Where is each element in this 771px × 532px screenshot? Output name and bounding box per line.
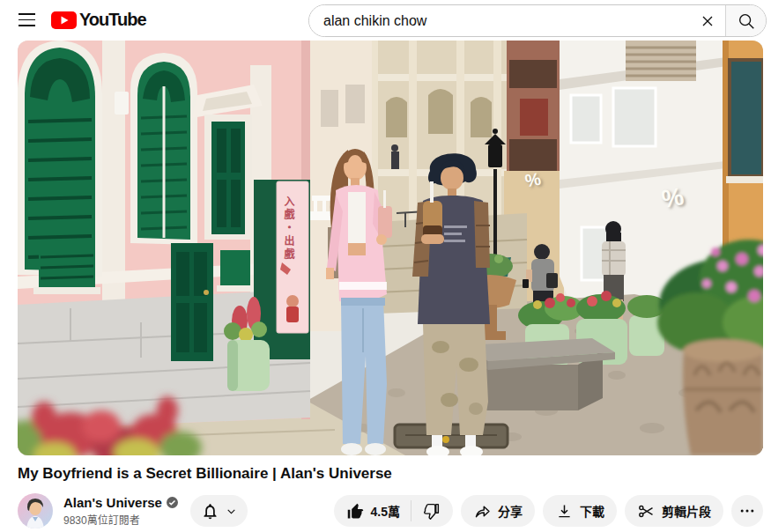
share-label: 分享 — [498, 502, 523, 520]
video-scene — [18, 41, 763, 455]
search-icon — [737, 11, 756, 31]
more-actions-button[interactable] — [731, 495, 763, 527]
youtube-logo-text: YouTube — [79, 10, 146, 30]
download-label: 下載 — [580, 502, 604, 520]
video-player[interactable]: % % 入戲・出戲 — [18, 41, 763, 455]
thumb-up-icon — [346, 502, 365, 521]
street-banner — [277, 181, 308, 333]
like-dislike-group: 4.5萬 — [334, 495, 453, 527]
search-input[interactable] — [309, 5, 690, 36]
hamburger-menu-icon[interactable] — [19, 13, 35, 26]
action-buttons: 4.5萬 分享 — [334, 495, 763, 527]
search-button[interactable] — [725, 5, 766, 36]
clear-search-button[interactable] — [690, 5, 725, 36]
download-icon — [555, 502, 574, 521]
clip-button[interactable]: 剪輯片段 — [625, 495, 723, 527]
top-header: YouTube — [0, 0, 771, 41]
notifications-button[interactable] — [190, 495, 248, 527]
share-button[interactable]: 分享 — [461, 495, 535, 527]
share-icon — [473, 502, 492, 521]
youtube-logo[interactable]: YouTube — [51, 10, 146, 30]
youtube-play-icon — [51, 11, 77, 29]
video-meta-row: Alan's Universe 9830萬位訂閱者 — [18, 493, 763, 528]
video-title: My Boyfriend is a Secret Billionaire | A… — [18, 463, 763, 484]
chevron-down-icon — [226, 506, 237, 517]
channel-avatar[interactable] — [18, 493, 53, 528]
close-icon — [699, 12, 716, 30]
thumb-down-icon — [422, 502, 441, 521]
verified-badge-icon — [167, 497, 178, 508]
bell-icon — [201, 502, 219, 521]
search-bar — [308, 4, 767, 37]
subscriber-count: 9830萬位訂閱者 — [63, 512, 178, 527]
scissors-icon — [637, 502, 656, 521]
ellipsis-icon — [738, 502, 756, 520]
like-count: 4.5萬 — [371, 502, 400, 520]
below-video-content: My Boyfriend is a Secret Billionaire | A… — [0, 455, 771, 528]
channel-info: Alan's Universe 9830萬位訂閱者 — [63, 495, 178, 527]
download-button[interactable]: 下載 — [543, 495, 617, 527]
like-button[interactable]: 4.5萬 — [334, 495, 411, 527]
dislike-button[interactable] — [411, 495, 453, 527]
clip-label: 剪輯片段 — [662, 502, 711, 520]
channel-name[interactable]: Alan's Universe — [63, 495, 178, 510]
